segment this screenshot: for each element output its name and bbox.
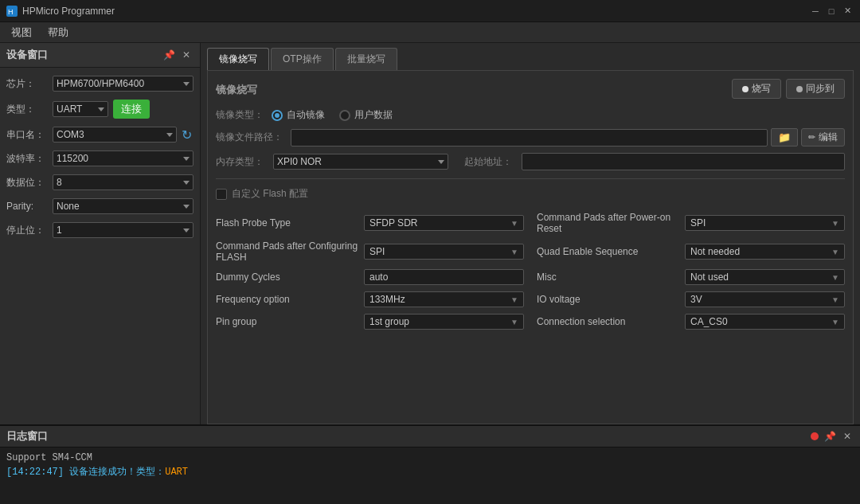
action-row: 烧写 同步到: [732, 79, 845, 99]
file-input-row: 📁 ✏ 编辑: [291, 128, 845, 147]
stop-bits-label: 停止位：: [6, 224, 48, 237]
svg-text:H: H: [8, 8, 14, 16]
image-type-row: 镜像类型： 自动镜像 用户数据: [216, 108, 845, 122]
connection-selection-arrow: ▼: [831, 318, 839, 326]
frequency-select[interactable]: 133MHz ▼: [364, 291, 524, 307]
edit-button[interactable]: ✏ 编辑: [801, 128, 845, 147]
type-row: 类型： UART JTAG 连接: [6, 100, 194, 119]
sync-icon: [796, 86, 803, 92]
command-pads-flash-arrow: ▼: [510, 248, 518, 256]
command-pads-flash-select[interactable]: SPI ▼: [364, 244, 524, 260]
write-button[interactable]: 烧写: [732, 79, 781, 99]
misc-select[interactable]: Not used ▼: [685, 269, 845, 285]
app-icon: H: [6, 6, 18, 17]
flash-config-checkbox[interactable]: [216, 189, 227, 200]
log-title: 日志窗口: [6, 429, 806, 443]
log-stop-indicator: [811, 432, 819, 440]
sync-button[interactable]: 同步到: [786, 79, 845, 99]
connect-button[interactable]: 连接: [113, 100, 150, 119]
stop-bits-select[interactable]: 1 1.5 2: [53, 222, 194, 238]
image-file-input[interactable]: [291, 129, 768, 147]
io-voltage-label: IO voltage: [537, 294, 680, 305]
log-header: 日志窗口 📌 ✕: [0, 426, 860, 447]
log-pin-button[interactable]: 📌: [823, 430, 836, 443]
command-pads-reset-select[interactable]: SPI ▼: [685, 215, 845, 231]
tab-image-write[interactable]: 镜像烧写: [207, 48, 269, 70]
sidebar-controls: 📌 ✕: [162, 48, 194, 62]
chip-label: 芯片：: [6, 77, 48, 91]
command-pads-reset-row: Command Pads after Power-on Reset SPI ▼: [537, 212, 845, 234]
com-select[interactable]: COM3 COM1 COM2: [53, 127, 177, 143]
sidebar-close-button[interactable]: ✕: [179, 48, 194, 62]
data-bits-select[interactable]: 8 7 6 5: [53, 174, 194, 190]
minimize-button[interactable]: ─: [809, 5, 822, 18]
menu-bar: 视图 帮助: [0, 22, 860, 43]
close-button[interactable]: ✕: [841, 5, 854, 18]
baud-select[interactable]: 115200 9600 57600 230400: [53, 150, 194, 166]
tab-otp[interactable]: OTP操作: [271, 48, 334, 70]
connection-selection-row: Connection selection CA_CS0 ▼: [537, 314, 845, 330]
flash-probe-type-select[interactable]: SFDP SDR ▼: [364, 215, 524, 231]
log-section: 日志窗口 📌 ✕ Support SM4-CCM [14:22:47] 设备连接…: [0, 424, 860, 504]
menu-item-view[interactable]: 视图: [3, 24, 40, 41]
mem-type-label: 内存类型：: [216, 155, 264, 169]
quad-enable-row: Quad Enable Sequence Not needed ▼: [537, 240, 845, 263]
pin-group-arrow: ▼: [510, 318, 518, 326]
refresh-button[interactable]: ↻: [180, 127, 194, 143]
tab-batch-write[interactable]: 批量烧写: [335, 48, 397, 70]
title-bar-text: HPMicro Programmer: [22, 6, 804, 17]
mem-addr-input[interactable]: 0x80000000: [522, 153, 845, 170]
quad-enable-select[interactable]: Not needed ▼: [685, 244, 845, 260]
frequency-label: Frequency option: [216, 294, 359, 305]
sidebar-pin-button[interactable]: 📌: [162, 48, 176, 62]
log-line-1: Support SM4-CCM: [6, 451, 854, 465]
type-select[interactable]: UART JTAG: [53, 101, 108, 117]
log-close-button[interactable]: ✕: [841, 430, 854, 443]
maximize-button[interactable]: □: [825, 5, 838, 18]
chip-select[interactable]: HPM6700/HPM6400 HPM5300 HPM6300: [53, 76, 194, 92]
pin-group-select[interactable]: 1st group ▼: [364, 314, 524, 330]
com-row-inner: COM3 COM1 COM2 ↻: [53, 127, 194, 143]
frequency-row: Frequency option 133MHz ▼: [216, 291, 524, 307]
image-type-label: 镜像类型：: [216, 108, 264, 122]
connection-selection-select[interactable]: CA_CS0 ▼: [685, 314, 845, 330]
flash-config-title: 自定义 Flash 配置: [232, 187, 308, 201]
flash-params: Flash Probe Type SFDP SDR ▼ Command Pads…: [216, 212, 845, 330]
content-area: 镜像烧写 OTP操作 批量烧写 镜像烧写 烧写 同步到: [201, 43, 860, 424]
browse-button[interactable]: 📁: [771, 128, 798, 147]
main-panel: 镜像烧写 烧写 同步到 镜像类型： 自动镜像: [207, 70, 854, 424]
data-bits-label: 数据位：: [6, 176, 48, 189]
data-bits-row: 数据位： 8 7 6 5: [6, 174, 194, 190]
title-bar: H HPMicro Programmer ─ □ ✕: [0, 0, 860, 22]
quad-enable-arrow: ▼: [831, 248, 839, 256]
radio-auto-image[interactable]: 自动镜像: [272, 108, 325, 122]
baud-row: 波特率： 115200 9600 57600 230400: [6, 150, 194, 166]
sidebar: 设备窗口 📌 ✕ 芯片： HPM6700/HPM6400 HPM5300 HPM…: [0, 43, 201, 424]
connection-selection-label: Connection selection: [537, 316, 680, 327]
quad-enable-label: Quad Enable Sequence: [537, 246, 680, 257]
mem-type-select[interactable]: XPI0 NOR XPI1 NOR SDRAM: [273, 154, 448, 170]
io-voltage-arrow: ▼: [831, 295, 839, 304]
baud-label: 波特率：: [6, 152, 48, 166]
flash-probe-type-label: Flash Probe Type: [216, 217, 359, 229]
parity-select[interactable]: None Odd Even: [53, 198, 194, 214]
io-voltage-select[interactable]: 3V ▼: [685, 291, 845, 307]
tab-bar: 镜像烧写 OTP操作 批量烧写: [201, 43, 860, 70]
radio-user-data-circle: [339, 110, 350, 121]
sidebar-title: 设备窗口: [6, 48, 48, 62]
memory-row: 内存类型： XPI0 NOR XPI1 NOR SDRAM 起始地址： 0x80…: [216, 153, 845, 170]
image-file-row: 镜像文件路径： 📁 ✏ 编辑: [216, 128, 845, 147]
flash-probe-type-row: Flash Probe Type SFDP SDR ▼: [216, 212, 524, 234]
parity-row: Parity: None Odd Even: [6, 198, 194, 214]
mem-addr-label: 起始地址：: [464, 155, 512, 169]
menu-item-help[interactable]: 帮助: [40, 24, 76, 41]
radio-user-data[interactable]: 用户数据: [339, 108, 393, 122]
misc-row: Misc Not used ▼: [537, 269, 845, 285]
log-line-2: [14:22:47] 设备连接成功！类型：UART: [6, 465, 854, 479]
dummy-cycles-label: Dummy Cycles: [216, 272, 359, 283]
command-pads-reset-arrow: ▼: [831, 219, 839, 228]
pin-group-row: Pin group 1st group ▼: [216, 314, 524, 330]
io-voltage-row: IO voltage 3V ▼: [537, 291, 845, 307]
misc-arrow: ▼: [831, 273, 839, 282]
dummy-cycles-row: Dummy Cycles auto: [216, 269, 524, 285]
